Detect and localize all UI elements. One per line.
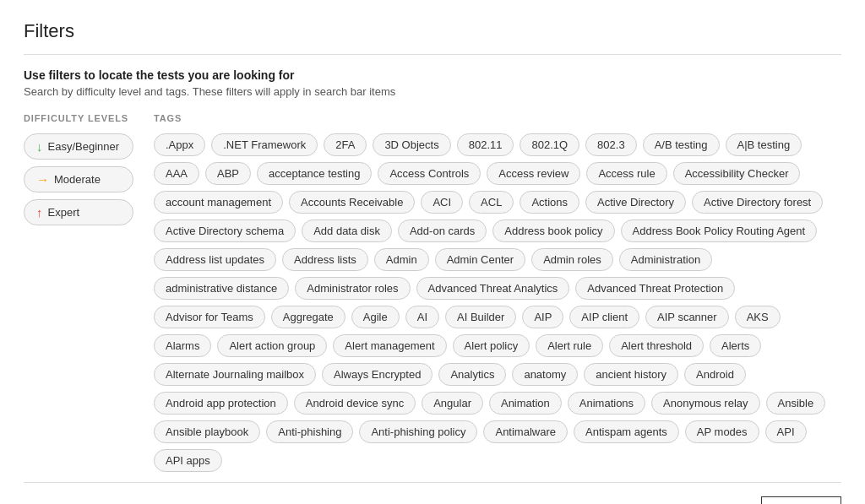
tag-item[interactable]: Active Directory schema [154,219,296,242]
tag-item[interactable]: Alert action group [217,334,327,357]
instructions-subtext: Search by difficulty level and tags. The… [24,85,841,98]
tag-item[interactable]: Agile [351,306,400,328]
tag-item[interactable]: AP modes [685,420,759,443]
tag-item[interactable]: Admin roles [531,248,613,271]
moderate-arrow-icon: → [36,172,49,187]
modal-footer: CANCEL FILTER [24,482,841,504]
tag-item[interactable]: Animations [568,392,645,415]
tag-item[interactable]: A/B testing [643,133,720,156]
tag-item[interactable]: AI Builder [445,306,516,328]
tag-item[interactable]: administrative distance [154,277,289,300]
tag-item[interactable]: Advisor for Teams [154,306,265,328]
tag-item[interactable]: Antispam agents [574,420,679,443]
tag-item[interactable]: Anti-phishing policy [359,420,477,443]
tag-item[interactable]: Alerts [710,334,761,357]
easy-arrow-icon: ↓ [36,139,43,154]
difficulty-expert-label: Expert [48,206,80,219]
expert-arrow-icon: ↑ [36,205,43,219]
tag-item[interactable]: Aggregate [271,306,345,328]
tag-item[interactable]: account management [154,191,283,214]
tag-item[interactable]: API [765,420,807,443]
tag-item[interactable]: ancient history [584,363,678,386]
tag-item[interactable]: Anti-phishing [266,420,353,443]
tag-item[interactable]: Active Directory forest [692,191,823,214]
difficulty-moderate-button[interactable]: → Moderate [24,166,133,192]
tag-item[interactable]: Alert policy [453,334,530,357]
tag-item[interactable]: Alert rule [536,334,603,357]
difficulty-expert-button[interactable]: ↑ Expert [24,199,133,225]
tag-item[interactable]: 802.3 [585,133,637,156]
tag-item[interactable]: Access Controls [378,162,481,185]
tag-item[interactable]: Administrator roles [295,277,410,300]
tag-item[interactable]: AKS [735,306,781,328]
cancel-button[interactable]: CANCEL [681,496,751,504]
tag-item[interactable]: 802.1Q [520,133,579,156]
tag-item[interactable]: Advanced Threat Analytics [416,277,570,300]
tag-item[interactable]: 3D Objects [373,133,450,156]
filter-button[interactable]: FILTER [761,496,841,504]
tag-item[interactable]: Actions [520,191,579,214]
difficulty-easy-label: Easy/Beginner [48,140,120,153]
tag-item[interactable]: Access review [487,162,580,185]
tag-item[interactable]: A|B testing [726,133,802,156]
instructions-block: Use filters to locate the tests you are … [24,68,841,98]
tag-item[interactable]: AIP client [569,306,639,328]
tag-item[interactable]: API apps [154,449,222,472]
tag-item[interactable]: Admin Center [435,248,525,271]
tag-item[interactable]: Antimalware [483,420,568,443]
tag-item[interactable]: Address list updates [154,248,276,271]
tag-item[interactable]: Animation [489,392,562,415]
difficulty-section-label: DIFFICULTY LEVELS [24,113,133,123]
tag-item[interactable]: Analytics [438,363,506,386]
filters-modal: Filters Use filters to locate the tests … [0,0,865,504]
tag-item[interactable]: acceptance testing [257,162,372,185]
tags-container: .Appx.NET Framework2FA3D Objects802.1180… [154,133,841,472]
tag-item[interactable]: Add data disk [302,219,392,242]
tag-item[interactable]: Advanced Threat Protection [575,277,735,300]
tag-item[interactable]: ABP [205,162,251,185]
tag-item[interactable]: Alternate Journaling mailbox [154,363,316,386]
tag-item[interactable]: Accessibility Checker [673,162,801,185]
tag-item[interactable]: Accounts Receivable [289,191,415,214]
tag-item[interactable]: Address lists [282,248,368,271]
tag-item[interactable]: Alarms [154,334,211,357]
tag-item[interactable]: Always Encrypted [322,363,432,386]
tag-item[interactable]: AIP scanner [645,306,729,328]
tag-item[interactable]: Add-on cards [398,219,487,242]
tag-item[interactable]: Anonymous relay [651,392,759,415]
tag-item[interactable]: Android app protection [154,392,288,415]
tag-item[interactable]: Android device sync [294,392,416,415]
instructions-heading: Use filters to locate the tests you are … [24,68,841,82]
tag-item[interactable]: .NET Framework [211,133,318,156]
tag-item[interactable]: Active Directory [585,191,686,214]
tag-item[interactable]: Address Book Policy Routing Agent [621,219,818,242]
tags-section: TAGS .Appx.NET Framework2FA3D Objects802… [154,113,841,472]
tag-item[interactable]: Alert management [333,334,446,357]
filters-body: DIFFICULTY LEVELS ↓ Easy/Beginner → Mode… [24,113,841,472]
tag-item[interactable]: ACI [421,191,463,214]
modal-title: Filters [24,20,841,55]
tag-item[interactable]: 802.11 [457,133,514,156]
tag-item[interactable]: Ansible playbook [154,420,260,443]
tag-item[interactable]: ACL [469,191,514,214]
difficulty-section: DIFFICULTY LEVELS ↓ Easy/Beginner → Mode… [24,113,133,472]
tag-item[interactable]: AIP [522,306,563,328]
tag-item[interactable]: Admin [374,248,429,271]
tag-item[interactable]: Administration [619,248,712,271]
tags-section-label: TAGS [154,113,841,123]
difficulty-easy-button[interactable]: ↓ Easy/Beginner [24,133,133,160]
tag-item[interactable]: .Appx [154,133,205,156]
tag-item[interactable]: anatomy [512,363,578,386]
tag-item[interactable]: Android [684,363,746,386]
tag-item[interactable]: Address book policy [492,219,614,242]
tag-item[interactable]: 2FA [324,133,367,156]
tag-item[interactable]: Alert threshold [609,334,704,357]
tag-item[interactable]: Angular [422,392,483,415]
tag-item[interactable]: Ansible [766,392,826,415]
tag-item[interactable]: Access rule [586,162,666,185]
tag-item[interactable]: AI [405,306,439,328]
tag-item[interactable]: AAA [154,162,199,185]
difficulty-moderate-label: Moderate [54,173,101,186]
